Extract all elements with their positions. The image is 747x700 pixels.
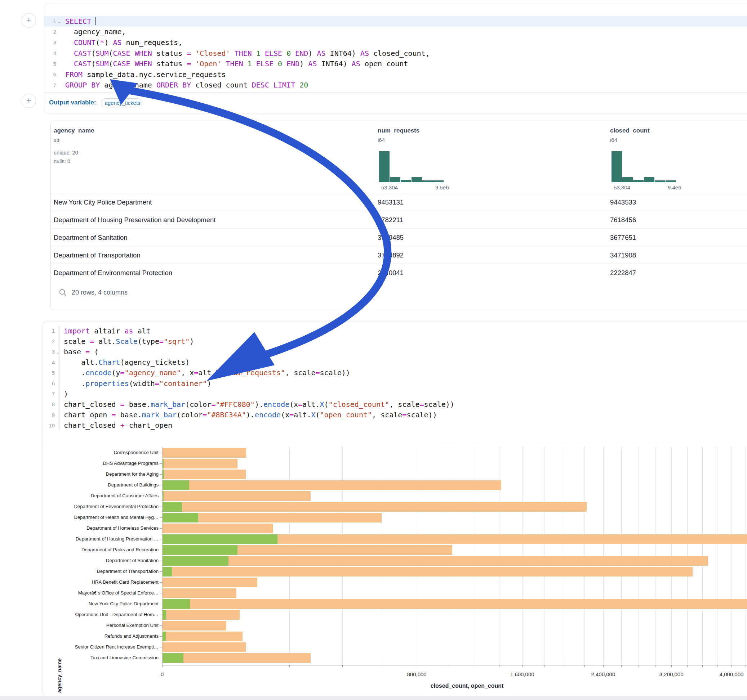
histogram-min-label: 53,304	[381, 184, 398, 190]
bar-open-count	[162, 480, 189, 490]
code-text: chart_closed = base.mark_bar(color="#FFC…	[59, 400, 454, 409]
bar-closed-count	[162, 621, 226, 631]
bar-closed-count	[162, 556, 708, 566]
line-number: 4	[43, 359, 59, 365]
y-axis-label: Department of Environmental Protection	[43, 504, 159, 509]
x-axis-tick-label: 0	[161, 671, 163, 677]
gridline	[745, 447, 746, 665]
x-axis-title: closed_count, open_count	[431, 683, 504, 689]
histogram-max-label: 9.4e6	[668, 184, 681, 190]
sql-cell-card: 1⌄SELECT 2 agency_name,3 COUNT(*) AS num…	[44, 4, 747, 113]
y-tick	[160, 593, 162, 593]
code-line[interactable]: 6FROM sample_data.nyc.service_requests	[44, 69, 747, 80]
code-line[interactable]: 3⌄base = (	[43, 346, 747, 357]
add-cell-button[interactable]: +	[22, 94, 36, 108]
column-header[interactable]: agency_name	[54, 127, 94, 134]
bar-closed-count	[162, 588, 236, 598]
bar-closed-count	[162, 632, 242, 641]
line-number: 5	[44, 61, 61, 67]
gridline	[732, 447, 732, 665]
column-header[interactable]: num_requests	[378, 127, 419, 134]
column-header[interactable]: closed_count	[610, 127, 650, 134]
line-number: 2	[43, 338, 59, 344]
python-cell-card: 1import altair as alt2scale = alt.Scale(…	[42, 321, 747, 696]
table-cell: 9453131	[378, 198, 404, 206]
table-cell: 3774892	[378, 251, 404, 259]
column-stat: nulls: 0	[54, 158, 70, 164]
table-cell: Department of Sanitation	[54, 234, 127, 241]
code-line[interactable]: 3 COUNT(*) AS num_requests,	[44, 37, 747, 48]
code-line[interactable]: 9chart_open = base.mark_bar(color="#8BC3…	[43, 410, 747, 420]
fold-chevron-icon[interactable]: ⌄	[57, 19, 61, 24]
y-axis-label: HRA Benefit Card Replacement	[43, 579, 159, 585]
table-row: Department of Transportation377489234719…	[51, 246, 747, 264]
x-axis-tick-label: 4,000,000	[720, 671, 744, 677]
code-line[interactable]: 5 .encode(y="agency_name", x=alt.X("num_…	[43, 368, 747, 378]
line-number: 7	[43, 391, 59, 397]
code-text: import altair as alt	[59, 327, 151, 335]
table-row: Department of Housing Preservation and D…	[51, 211, 747, 229]
column-histogram	[611, 151, 677, 182]
page-bottom-strip	[0, 695, 747, 700]
bar-closed-count	[162, 653, 311, 663]
y-tick	[160, 463, 162, 464]
bar-open-count	[162, 502, 182, 512]
sql-editor[interactable]: 1⌄SELECT 2 agency_name,3 COUNT(*) AS num…	[44, 16, 747, 91]
bar-closed-count	[162, 480, 501, 490]
column-stat: unique: 20	[54, 150, 78, 155]
code-line[interactable]: 6 .properties(width="container")	[43, 378, 747, 389]
bar-open-count	[162, 599, 190, 609]
code-text: chart_closed + chart_open	[59, 421, 172, 430]
plot-top-border	[43, 447, 747, 447]
code-line[interactable]: 2 agency_name,	[44, 27, 747, 38]
notebook-page: { "accent_arrow_color": "#2B55CF", "sql_…	[0, 0, 747, 700]
x-axis-line	[162, 665, 747, 665]
output-variable-badge[interactable]: agency_tickets	[101, 98, 142, 107]
table-cell: 7618456	[610, 216, 636, 224]
x-axis-tick-label: 3,200,000	[659, 671, 683, 677]
table-cell: 2222847	[610, 269, 636, 277]
y-tick	[160, 604, 162, 604]
code-line[interactable]: 8chart_closed = base.mark_bar(color="#FF…	[43, 399, 747, 409]
line-number: 6	[43, 380, 59, 386]
table-cell: Department of Environmental Protection	[54, 269, 172, 277]
code-line[interactable]: 2scale = alt.Scale(type="sqrt")	[43, 336, 747, 346]
table-footer: 20 rows, 4 columns	[59, 284, 127, 301]
code-line[interactable]: 4 CAST(SUM(CASE WHEN status = 'Closed' T…	[44, 48, 747, 59]
column-dtype: i64	[378, 137, 385, 143]
bar-closed-count	[162, 491, 311, 501]
bar-closed-count	[162, 459, 237, 468]
y-tick	[160, 453, 162, 453]
code-text: SELECT	[61, 17, 96, 26]
fold-chevron-icon[interactable]: ⌄	[56, 350, 59, 355]
search-icon[interactable]	[59, 288, 67, 297]
code-line[interactable]: 1import altair as alt	[43, 326, 747, 336]
python-editor[interactable]: 1import altair as alt2scale = alt.Scale(…	[43, 326, 747, 431]
add-cell-button[interactable]: +	[22, 13, 36, 28]
y-axis-label: Senior Citizen Rent Increase Exempti…	[43, 644, 159, 650]
column-dtype: i64	[610, 137, 617, 143]
y-axis-label: Correspondence Unit	[43, 450, 159, 455]
code-line[interactable]: 1⌄SELECT	[44, 16, 747, 27]
code-line[interactable]: 4 alt.Chart(agency_tickets)	[43, 357, 747, 368]
gridline	[717, 447, 717, 665]
code-line[interactable]: 10chart_closed + chart_open	[43, 420, 747, 431]
table-cell: Department of Housing Preservation and D…	[54, 216, 215, 224]
line-number: 4	[44, 50, 61, 56]
code-text: scale = alt.Scale(type="sqrt")	[59, 337, 194, 345]
result-table-card: agency_namestrunique: 20nulls: 0num_requ…	[50, 121, 747, 310]
code-line[interactable]: 7)	[43, 389, 747, 399]
code-text: COUNT(*) AS num_requests,	[61, 38, 182, 47]
code-text: FROM sample_data.nyc.service_requests	[61, 70, 226, 79]
line-number: 3⌄	[43, 348, 59, 355]
y-tick	[160, 636, 162, 637]
y-axis-label: Operations Unit - Department of Hom…	[43, 612, 159, 617]
y-axis-label: Department of Consumer Affairs	[43, 493, 159, 498]
y-axis-title: agency_name	[57, 658, 62, 693]
bar-closed-count	[162, 469, 246, 479]
code-line[interactable]: 5 CAST(SUM(CASE WHEN status = 'Open' THE…	[44, 58, 747, 69]
bar-closed-count	[162, 567, 693, 576]
bar-closed-count	[162, 599, 747, 609]
code-line[interactable]: 7GROUP BY agency_name ORDER BY closed_co…	[44, 80, 747, 91]
code-text: base = (	[59, 347, 98, 356]
